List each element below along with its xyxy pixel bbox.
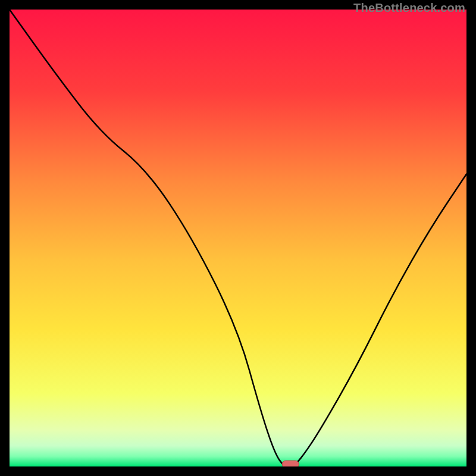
watermark-text: TheBottleneck.com [353, 1, 465, 15]
optimal-marker [282, 461, 299, 466]
chart-background [10, 10, 466, 466]
plot-area [10, 10, 466, 466]
chart-svg [10, 10, 466, 466]
chart-container: TheBottleneck.com [0, 0, 476, 476]
